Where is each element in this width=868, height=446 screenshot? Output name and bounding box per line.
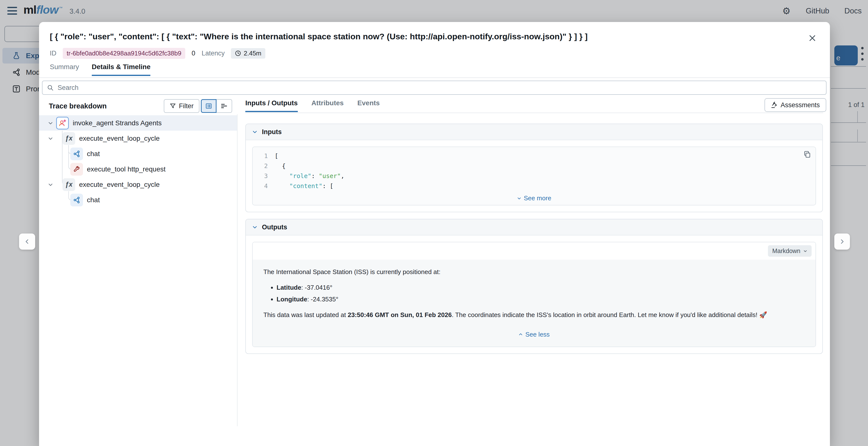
tree-row-event-loop-2[interactable]: ƒx execute_event_loop_cycle — [39, 177, 237, 192]
pane-divider[interactable] — [237, 114, 238, 426]
tab-inputs-outputs[interactable]: Inputs / Outputs — [245, 99, 298, 112]
tree-row-chat-2[interactable]: chat — [39, 192, 237, 208]
code-line: 4 "content": [ — [253, 181, 815, 191]
span-label: invoke_agent Strands Agents — [73, 119, 162, 127]
span-label: execute_event_loop_cycle — [79, 135, 160, 142]
chevron-down-icon — [252, 225, 257, 230]
see-less-link[interactable]: See less — [264, 329, 805, 339]
trace-detail-modal: [ { "role": "user", "content": [ { "text… — [39, 22, 830, 446]
search-bar — [42, 81, 827, 95]
tool-wrench-icon — [70, 163, 83, 176]
trace-breakdown-title: Trace breakdown — [49, 102, 107, 110]
close-icon — [808, 34, 816, 42]
inputs-section: Inputs 1 [ 2 { 3 — [245, 124, 823, 212]
timeline-view-toggle[interactable] — [217, 99, 232, 113]
chat-model-icon — [70, 148, 83, 160]
format-selector-value: Markdown — [772, 247, 800, 255]
modal-tabbar: Summary Details & Timeline — [50, 63, 150, 76]
tab-details-timeline[interactable]: Details & Timeline — [92, 63, 151, 76]
search-input[interactable] — [57, 84, 826, 92]
filter-button[interactable]: Filter — [164, 99, 199, 113]
tree-row-chat-1[interactable]: chat — [39, 146, 237, 161]
line-number: 3 — [253, 173, 275, 180]
see-more-link[interactable]: See more — [253, 195, 815, 202]
function-icon: ƒx — [62, 132, 75, 145]
chevron-right-icon — [839, 238, 845, 245]
bullet-term: Latitude — [277, 284, 301, 291]
tree-row-event-loop-1[interactable]: ƒx execute_event_loop_cycle — [39, 131, 237, 146]
tree-row-execute-tool[interactable]: execute_tool http_request — [39, 161, 237, 177]
chevron-down-icon — [517, 196, 521, 201]
chevron-down-icon[interactable] — [48, 136, 53, 141]
code-punct: [ — [330, 182, 334, 189]
bullet-value: : -24.3535° — [307, 296, 339, 303]
copy-button[interactable] — [803, 150, 811, 158]
output-paragraph: The International Space Station (ISS) is… — [264, 267, 805, 277]
line-number: 1 — [253, 152, 275, 159]
tab-attributes[interactable]: Attributes — [311, 99, 344, 112]
tabbar-divider — [39, 78, 830, 78]
output-closing-paragraph: This data was last updated at 23:50:46 G… — [264, 310, 805, 320]
code-key: "role" — [289, 173, 311, 180]
output-bullet: Latitude: -37.0416° — [277, 283, 805, 292]
code-string: "user" — [319, 173, 341, 180]
outputs-header[interactable]: Outputs — [246, 219, 823, 235]
inputs-header[interactable]: Inputs — [246, 124, 823, 140]
mlflow-app: mlflow™ 3.4.0 ⚙ GitHub Docs Expe Mode Pr… — [0, 0, 868, 446]
chat-model-icon — [70, 194, 83, 206]
outputs-section: Outputs Markdown The International Space… — [245, 219, 823, 354]
chevron-down-icon — [252, 129, 257, 135]
tab-events[interactable]: Events — [358, 99, 380, 112]
span-label: chat — [87, 196, 100, 204]
code-punct: [ — [275, 152, 278, 159]
outputs-toolbar: Markdown — [253, 242, 815, 260]
previous-trace-button[interactable] — [19, 234, 35, 249]
view-toggle — [201, 99, 232, 113]
id-label: ID — [50, 50, 56, 57]
tab-summary[interactable]: Summary — [50, 63, 79, 76]
latency-label: Latency — [202, 50, 225, 57]
chevron-down-icon[interactable] — [48, 182, 53, 187]
bullet-term: Longitude — [277, 296, 307, 303]
detail-tabbar-divider — [245, 113, 823, 113]
next-trace-button[interactable] — [834, 234, 850, 249]
span-label: execute_event_loop_cycle — [79, 181, 160, 188]
markdown-output: The International Space Station (ISS) is… — [253, 260, 815, 347]
bullet-value: : -37.0416° — [301, 284, 333, 291]
assessments-label: Assessments — [781, 101, 820, 109]
trace-id-badge[interactable]: tr-6bfe0ad0b8e4298aa9194c5d62fc38b9 — [63, 48, 185, 59]
closing-suffix: . The coordinates indicate the ISS's loc… — [452, 311, 767, 319]
close-button[interactable] — [806, 31, 819, 45]
clock-icon — [235, 50, 241, 56]
gantt-view-icon — [221, 102, 227, 110]
chevron-up-icon — [519, 332, 523, 336]
code-indent — [275, 173, 289, 180]
code-indent — [275, 182, 289, 189]
chevron-down-icon — [803, 249, 807, 253]
agent-icon — [56, 117, 69, 129]
line-number: 2 — [253, 162, 275, 170]
code-key: "content" — [289, 182, 322, 189]
chevron-down-icon[interactable] — [48, 120, 53, 126]
trace-meta-row: ID tr-6bfe0ad0b8e4298aa9194c5d62fc38b9 0… — [50, 48, 265, 59]
filter-label: Filter — [179, 102, 193, 110]
assessments-button[interactable]: Assessments — [765, 98, 826, 112]
list-view-icon — [205, 102, 212, 110]
filter-icon — [169, 103, 176, 109]
output-bullet-list: Latitude: -37.0416° Longitude: -24.3535° — [277, 283, 805, 304]
gavel-icon — [771, 101, 778, 109]
code-punct: : — [322, 182, 330, 189]
closing-timestamp: 23:50:46 GMT on Sun, 01 Feb 2026 — [348, 311, 452, 319]
format-selector[interactable]: Markdown — [768, 245, 812, 257]
see-more-label: See more — [524, 195, 551, 202]
output-bullet: Longitude: -24.3535° — [277, 294, 805, 304]
code-punct: : — [311, 173, 319, 180]
inputs-title: Inputs — [262, 128, 282, 136]
closing-prefix: This data was last updated at — [264, 311, 348, 319]
tree-view-toggle[interactable] — [201, 99, 217, 113]
latency-value: 2.45m — [244, 50, 261, 57]
code-punct: , — [341, 173, 344, 180]
trace-title: [ { "role": "user", "content": [ { "text… — [50, 32, 791, 41]
tree-row-invoke-agent[interactable]: invoke_agent Strands Agents — [39, 115, 237, 131]
chevron-left-icon — [24, 238, 30, 245]
